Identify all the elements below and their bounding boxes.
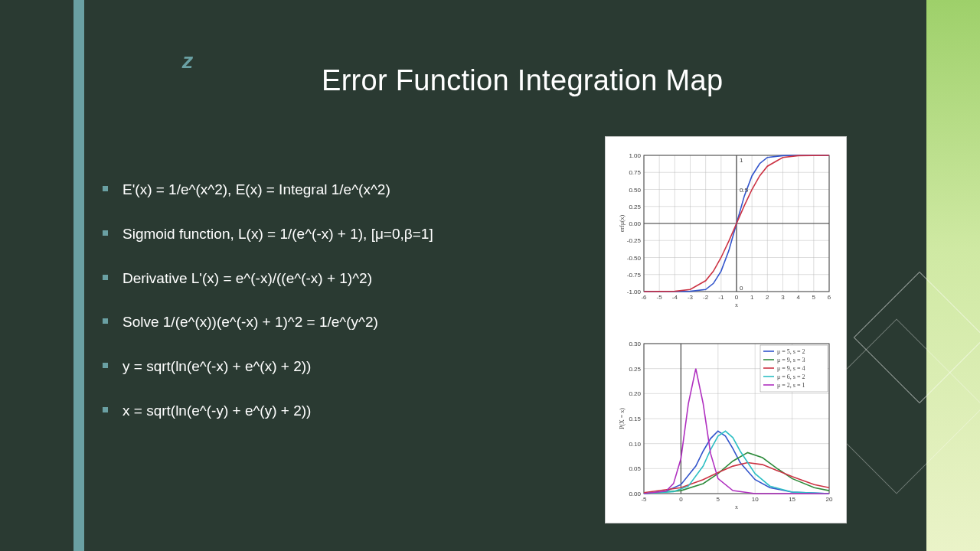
svg-text:-1: -1 <box>718 294 724 301</box>
svg-text:μ = 2, s = 1: μ = 2, s = 1 <box>777 382 805 389</box>
svg-text:1: 1 <box>740 157 743 164</box>
svg-text:0.20: 0.20 <box>629 390 641 397</box>
svg-text:-0.50: -0.50 <box>627 255 642 262</box>
svg-text:0.30: 0.30 <box>629 341 641 347</box>
right-gradient-decor <box>926 0 980 551</box>
svg-text:0.05: 0.05 <box>629 465 641 472</box>
svg-text:-5: -5 <box>641 496 647 503</box>
svg-text:μ = 6, s = 2: μ = 6, s = 2 <box>777 373 805 380</box>
bullet-item: E'(x) = 1/e^(x^2), E(x) = Integral 1/e^(… <box>100 181 574 199</box>
distribution-chart: -5051015200.000.050.100.150.200.250.30xP… <box>616 336 837 512</box>
svg-text:0.5: 0.5 <box>740 187 749 194</box>
svg-text:5: 5 <box>812 294 816 301</box>
left-accent-bar <box>74 0 84 551</box>
svg-text:3: 3 <box>781 294 785 301</box>
bullet-item: x = sqrt(ln(e^(-y) + e^(y) + 2)) <box>100 402 574 420</box>
svg-text:μ = 5, s = 2: μ = 5, s = 2 <box>777 348 805 355</box>
svg-text:-5: -5 <box>657 294 663 301</box>
svg-text:0.15: 0.15 <box>629 416 641 422</box>
svg-text:x: x <box>735 504 738 510</box>
svg-text:0: 0 <box>740 285 743 292</box>
plots-panel: -6-5-4-3-2-10123456-1.00-0.75-0.50-0.250… <box>605 136 847 523</box>
svg-text:10: 10 <box>752 496 759 503</box>
svg-text:-0.75: -0.75 <box>627 272 642 279</box>
erf-chart: -6-5-4-3-2-10123456-1.00-0.75-0.50-0.250… <box>616 148 837 310</box>
svg-text:0.00: 0.00 <box>629 491 641 497</box>
svg-text:μ = 9, s = 3: μ = 9, s = 3 <box>777 357 805 364</box>
svg-text:0.25: 0.25 <box>629 366 641 373</box>
svg-text:4: 4 <box>796 294 800 301</box>
svg-text:20: 20 <box>826 496 833 503</box>
slide: z Error Function Integration Map E'(x) =… <box>0 0 980 551</box>
corner-mark: z <box>182 49 193 73</box>
svg-text:1: 1 <box>750 294 754 301</box>
svg-text:x: x <box>735 302 738 308</box>
svg-text:-1.00: -1.00 <box>627 289 642 295</box>
svg-text:μ = 9, s = 4: μ = 9, s = 4 <box>777 365 805 372</box>
svg-text:0.50: 0.50 <box>629 187 641 194</box>
bullet-item: Derivative L'(x) = e^(-x)/((e^(-x) + 1)^… <box>100 269 574 288</box>
svg-text:0.75: 0.75 <box>629 169 641 176</box>
svg-text:-2: -2 <box>703 294 709 301</box>
svg-text:-3: -3 <box>688 294 694 301</box>
svg-text:0: 0 <box>735 294 739 301</box>
bullet-item: Sigmoid function, L(x) = 1/(e^(-x) + 1),… <box>100 225 574 243</box>
svg-text:0.00: 0.00 <box>629 220 641 227</box>
svg-text:0: 0 <box>679 496 683 503</box>
svg-text:6: 6 <box>828 294 831 301</box>
svg-text:5: 5 <box>717 496 720 503</box>
svg-text:-4: -4 <box>672 294 678 301</box>
page-title: Error Function Integration Map <box>322 64 723 97</box>
bullet-list: E'(x) = 1/e^(x^2), E(x) = Integral 1/e^(… <box>100 181 574 446</box>
svg-text:15: 15 <box>789 496 795 503</box>
bullet-item: y = sqrt(ln(e^(-x) + e^(x) + 2)) <box>100 357 574 376</box>
svg-text:1.00: 1.00 <box>629 152 641 159</box>
svg-text:-6: -6 <box>641 294 647 301</box>
bullet-item: Solve 1/(e^(x))(e^(-x) + 1)^2 = 1/e^(y^2… <box>100 313 574 331</box>
svg-text:0.25: 0.25 <box>629 204 641 210</box>
svg-text:0.10: 0.10 <box>629 441 641 448</box>
svg-text:-0.25: -0.25 <box>627 237 642 244</box>
svg-text:2: 2 <box>766 294 769 301</box>
svg-text:erfμ(x): erfμ(x) <box>619 214 626 232</box>
svg-text:P(X = x): P(X = x) <box>619 408 626 429</box>
